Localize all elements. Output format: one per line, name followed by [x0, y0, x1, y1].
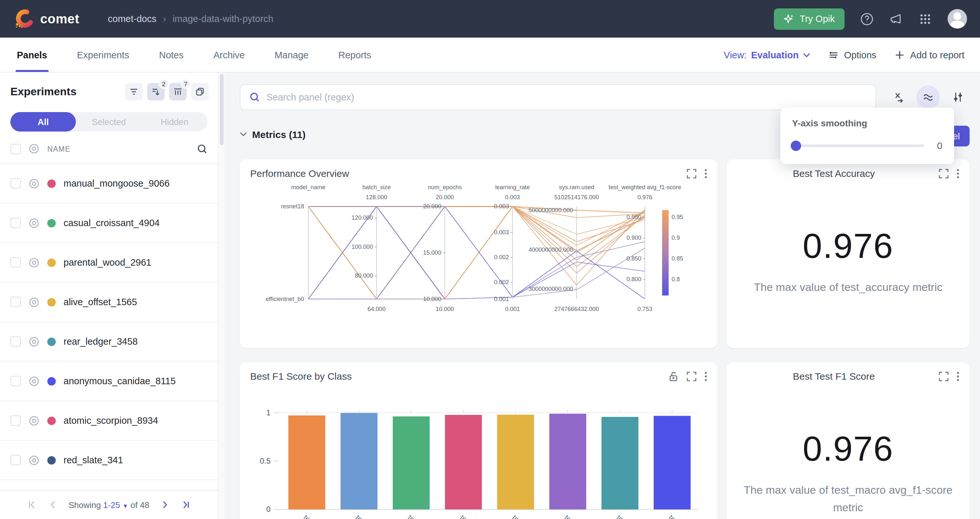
experiment-checkbox[interactable] [10, 415, 21, 426]
help-icon[interactable] [860, 12, 874, 25]
experiment-checkbox[interactable] [10, 257, 21, 268]
sort-button[interactable]: 2 [147, 83, 165, 100]
experiment-row[interactable]: parental_wood_2961 [0, 243, 218, 283]
options-button[interactable]: Options [828, 49, 876, 60]
parallel-coordinates-chart[interactable]: model_nameresnet18efficientnet_b0batch_s… [250, 183, 707, 324]
svg-text:0.753: 0.753 [638, 305, 652, 312]
experiment-row[interactable]: alive_offset_1565 [0, 283, 218, 322]
segment-selected[interactable]: Selected [76, 112, 142, 132]
tab-reports[interactable]: Reports [337, 38, 373, 72]
search-panel-input[interactable] [266, 92, 867, 102]
smoothing-slider[interactable] [792, 144, 924, 147]
announcements-icon[interactable] [889, 12, 903, 25]
section-collapse-icon[interactable] [240, 132, 247, 137]
kebab-menu-icon[interactable] [957, 168, 959, 178]
segment-hidden[interactable]: Hidden [142, 112, 207, 132]
tune-sliders-icon [952, 91, 964, 103]
experiment-row[interactable]: manual_mongoose_9066 [0, 164, 218, 203]
experiment-name[interactable]: anonymous_canidae_8115 [64, 376, 176, 386]
experiment-row[interactable]: anonymous_canidae_8115 [0, 362, 218, 401]
tab-archive[interactable]: Archive [212, 38, 246, 72]
kebab-menu-icon[interactable] [957, 371, 959, 381]
experiment-checkbox[interactable] [10, 455, 21, 465]
experiment-name[interactable]: red_slate_341 [64, 455, 123, 465]
svg-text:model_name: model_name [291, 184, 325, 191]
tab-panels[interactable]: Panels [16, 38, 49, 72]
experiment-row[interactable]: casual_croissant_4904 [0, 203, 218, 243]
visibility-icon[interactable] [29, 376, 40, 387]
experiment-row[interactable]: atomic_scorpion_8934 [0, 401, 218, 441]
visibility-icon[interactable] [29, 336, 40, 347]
experiment-name[interactable]: rear_ledger_3458 [64, 336, 138, 347]
experiment-color-dot [47, 219, 56, 227]
lock-unlocked-icon[interactable] [668, 371, 679, 381]
segment-all[interactable]: All [10, 112, 76, 132]
select-all-checkbox[interactable] [10, 143, 21, 154]
kebab-menu-icon[interactable] [705, 371, 707, 381]
metrics-section-title[interactable]: Metrics (11) [252, 129, 305, 140]
tab-manage[interactable]: Manage [273, 38, 310, 72]
brand-name[interactable]: comet [40, 11, 80, 26]
compare-button[interactable] [191, 83, 209, 100]
panel-best-f1-by-class: Best F1 Score by Class 10.50test_bush_f1… [240, 362, 718, 519]
visibility-all-icon[interactable] [29, 143, 40, 154]
svg-text:resnet18: resnet18 [281, 203, 304, 210]
fullscreen-icon[interactable] [686, 168, 697, 178]
kebab-menu-icon[interactable] [705, 168, 707, 178]
experiment-name[interactable]: parental_wood_2961 [64, 257, 151, 268]
tab-notes[interactable]: Notes [158, 38, 185, 72]
experiment-checkbox[interactable] [10, 336, 21, 347]
search-experiments-icon[interactable] [197, 143, 207, 154]
visibility-icon[interactable] [29, 178, 40, 189]
visibility-icon[interactable] [29, 415, 40, 426]
breadcrumb-workspace[interactable]: comet-docs [108, 14, 156, 24]
last-page-icon[interactable] [182, 500, 191, 509]
visibility-icon[interactable] [29, 257, 40, 268]
experiment-name[interactable]: manual_mongoose_9066 [64, 178, 170, 189]
panel-title: Best Test Accuracy [737, 168, 931, 179]
experiment-name[interactable]: atomic_scorpion_8934 [64, 415, 158, 426]
experiment-checkbox[interactable] [10, 218, 21, 228]
smoothing-button[interactable] [916, 86, 940, 109]
experiment-checkbox[interactable] [10, 376, 21, 386]
tab-experiments[interactable]: Experiments [76, 38, 130, 72]
experiment-checkbox[interactable] [10, 297, 21, 307]
chart-settings-button[interactable] [946, 86, 970, 109]
prev-page-icon[interactable] [48, 500, 57, 509]
apps-grid-icon[interactable] [918, 12, 932, 25]
experiments-sidebar: Experiments 2 7 AllSelectedHidden [0, 73, 218, 519]
fullscreen-icon[interactable] [939, 168, 949, 178]
f1-bar-chart[interactable]: 10.50test_bush_f1-score-test_cactus_f1-s… [250, 386, 707, 519]
x-axis-settings-button[interactable] [887, 86, 910, 109]
smoothing-slider-thumb[interactable] [791, 140, 801, 151]
svg-text:20.000: 20.000 [436, 194, 454, 200]
columns-button[interactable]: 7 [169, 83, 187, 100]
sidebar-scrollbar[interactable] [218, 73, 224, 519]
visibility-icon[interactable] [29, 297, 40, 308]
page-range-caret-icon[interactable]: ▼ [123, 503, 128, 509]
svg-text:0.5: 0.5 [260, 457, 270, 465]
add-to-report-button[interactable]: Add to report [894, 49, 964, 60]
fullscreen-icon[interactable] [939, 371, 949, 381]
project-tab-bar: PanelsExperimentsNotesArchiveManageRepor… [0, 38, 980, 73]
comet-logo-icon[interactable] [13, 8, 34, 29]
next-page-icon[interactable] [161, 500, 170, 509]
try-opik-button[interactable]: Try Opik [774, 8, 845, 30]
view-selector[interactable]: View: Evaluation [724, 49, 810, 60]
experiment-checkbox[interactable] [10, 178, 21, 189]
filter-button[interactable] [125, 83, 143, 100]
fullscreen-icon[interactable] [686, 371, 697, 381]
user-avatar[interactable] [948, 9, 967, 29]
experiment-row[interactable]: red_slate_341 [0, 441, 218, 480]
pagination-bar: Showing 1-25 ▼ of 48 [0, 490, 218, 519]
svg-text:test_flower_f1-score: test_flower_f1-score [406, 514, 462, 519]
page-range-dropdown[interactable]: 1-25 [103, 500, 120, 509]
breadcrumb-project[interactable]: image-data-with-pytorch [172, 14, 273, 24]
svg-text:test_palm tree_f1-sc: test_palm tree_f1-sc [615, 514, 671, 519]
experiment-name[interactable]: casual_croissant_4904 [64, 218, 160, 228]
experiment-name[interactable]: alive_offset_1565 [64, 297, 137, 307]
visibility-icon[interactable] [29, 217, 40, 229]
visibility-icon[interactable] [29, 454, 40, 465]
experiment-row[interactable]: rear_ledger_3458 [0, 322, 218, 362]
first-page-icon[interactable] [27, 500, 36, 509]
